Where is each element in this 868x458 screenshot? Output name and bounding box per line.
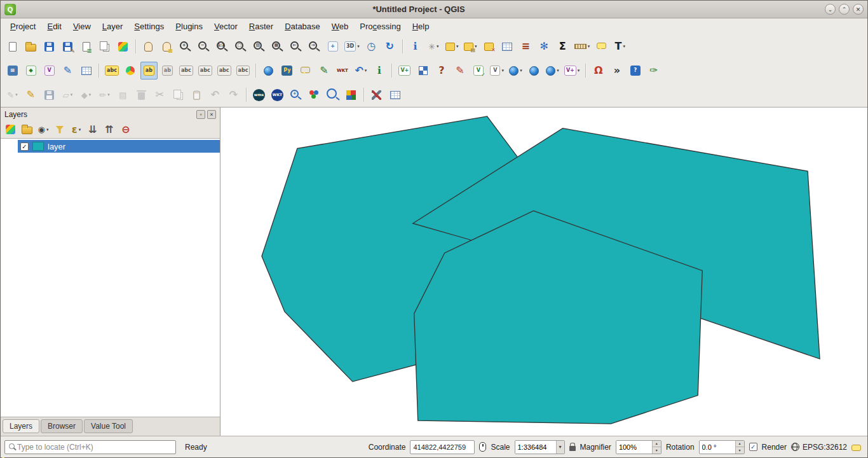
locator[interactable] [4, 440, 176, 454]
add-vector-tile-layer-dropdown[interactable]: ▾ [578, 68, 580, 73]
new-3d-map-view-dropdown[interactable]: ▾ [357, 44, 360, 49]
temporal-controller[interactable]: ◷ [363, 38, 380, 55]
rotation-input[interactable] [700, 441, 735, 454]
quill-plugin[interactable]: ✑ [645, 62, 662, 80]
statistics-summary[interactable]: Σ [554, 38, 571, 55]
quick-wkt-plugin[interactable]: WKT [334, 62, 351, 80]
current-edits-dropdown[interactable]: ▾ [15, 92, 18, 97]
show-hide-labels[interactable]: abc [196, 62, 214, 80]
toggle-editing[interactable]: ✎ [22, 86, 39, 104]
select-by-value[interactable]: ▤▾ [462, 38, 479, 55]
layer-diagram-options[interactable] [122, 62, 139, 80]
highlight-pinned-labels[interactable]: ab [140, 62, 158, 80]
layer-item[interactable]: ✓layer [18, 140, 220, 153]
wms-loader-plugin[interactable]: wms [250, 86, 268, 104]
new-project[interactable] [4, 38, 21, 55]
zoom-to-selection[interactable]: ▧ [250, 38, 268, 55]
lock-scale-icon[interactable] [569, 446, 576, 451]
log-book-plugin[interactable] [386, 86, 403, 104]
expand-all[interactable]: ⇊ [85, 122, 100, 137]
random-raster-plugin[interactable] [342, 86, 360, 104]
menu-processing[interactable]: Processing [354, 20, 406, 33]
tab-browser[interactable]: Browser [41, 419, 83, 433]
field-calculator[interactable]: ≡ [517, 38, 534, 55]
zoom-to-coordinates-plugin[interactable]: + [287, 86, 304, 104]
scale-dropdown-button[interactable]: ▾ [556, 441, 564, 454]
zoom-to-layer[interactable]: ▦ [269, 38, 286, 55]
zoom-last[interactable]: ← [287, 38, 304, 55]
pan-map[interactable] [140, 38, 157, 55]
toggle-display-labels[interactable]: ab [159, 62, 176, 80]
zoom-full[interactable]: ▢ [232, 38, 249, 55]
tools-pair-plugin[interactable] [368, 86, 385, 104]
geometry-checker-plugin[interactable]: V✓ [470, 62, 487, 80]
pin-unpin-labels[interactable]: abc [177, 62, 195, 80]
move-label[interactable]: abc [215, 62, 233, 80]
select-features[interactable]: ▾ [444, 38, 461, 55]
magnifier-spinbox[interactable]: ▴ ▾ [616, 440, 661, 454]
metasearch-catalog[interactable] [260, 62, 277, 80]
python-console[interactable]: Py [278, 62, 295, 80]
toolbar-overflow[interactable]: » [608, 62, 625, 80]
menu-edit[interactable]: Edit [41, 20, 67, 33]
layer-visibility-checkbox[interactable]: ✓ [20, 142, 29, 151]
open-layer-styling-panel[interactable] [3, 122, 18, 137]
menu-plugins[interactable]: Plugins [170, 20, 208, 33]
snapping-magnet[interactable]: Ω [590, 62, 607, 80]
undo-steps-plugin[interactable]: ↶▾ [352, 62, 369, 80]
scale-input[interactable] [515, 441, 556, 454]
undo-steps-plugin-dropdown[interactable]: ▾ [365, 68, 367, 73]
add-polygon-feature-dropdown[interactable]: ▾ [89, 92, 92, 97]
add-wcs-layer[interactable]: ▾ [544, 62, 561, 80]
magnifier-down-button[interactable]: ▾ [653, 447, 661, 454]
menu-database[interactable]: Database [279, 20, 326, 33]
tab-value-tool[interactable]: Value Tool [84, 419, 133, 433]
add-wcs-layer-dropdown[interactable]: ▾ [557, 68, 559, 73]
new-temporary-scratch-layer[interactable]: ✎ [59, 62, 76, 80]
raster-checker-plugin[interactable] [414, 62, 431, 80]
run-feature-action-dropdown[interactable]: ▾ [437, 44, 439, 49]
vector-tools-menu[interactable]: V▾ [488, 62, 506, 80]
locator-input[interactable] [17, 443, 175, 452]
map-tips[interactable] [593, 38, 610, 55]
menu-vector[interactable]: Vector [208, 20, 243, 33]
extents-toggle-icon[interactable] [479, 442, 486, 452]
map-canvas[interactable] [220, 108, 867, 436]
float-panel-button[interactable]: ▫ [196, 110, 205, 119]
save-project[interactable] [41, 38, 58, 55]
new-map-view[interactable]: + [324, 38, 341, 55]
sketch-plugin[interactable]: ✎ [315, 62, 332, 80]
select-features-dropdown[interactable]: ▾ [456, 44, 459, 49]
collapse-all[interactable]: ⇈ [102, 122, 117, 137]
rotation-spinbox[interactable]: ▴ ▾ [699, 440, 745, 454]
add-wms-layer-dropdown[interactable]: ▾ [520, 68, 522, 73]
rotation-down-button[interactable]: ▾ [736, 447, 744, 454]
pan-to-selection[interactable]: ▦ [158, 38, 175, 55]
identify-features[interactable]: ℹ [407, 38, 424, 55]
magnifier-input[interactable] [616, 441, 652, 454]
rotation-up-button[interactable]: ▴ [736, 441, 744, 448]
vector-tools-menu-dropdown[interactable]: ▾ [501, 68, 504, 73]
filter-by-expression-dropdown[interactable]: ▾ [79, 127, 81, 132]
add-vector-tile-layer[interactable]: V+▾ [562, 62, 581, 80]
text-bubble-plugin[interactable] [297, 62, 314, 80]
change-label-properties[interactable]: abc [234, 62, 252, 80]
coordinate-input[interactable] [410, 440, 475, 454]
shade-button[interactable]: ⌄ [825, 4, 836, 15]
digitize-with-segment-dropdown[interactable]: ▾ [71, 92, 73, 97]
new-3d-map-view[interactable]: 3D▾ [342, 38, 362, 55]
menu-settings[interactable]: Settings [128, 20, 170, 33]
menu-project[interactable]: Project [4, 20, 41, 33]
color-harmony-plugin[interactable] [306, 86, 323, 104]
zoom-in[interactable]: + [177, 38, 194, 55]
remove-layer-group[interactable]: ⊖ [118, 122, 133, 137]
messages-icon[interactable] [851, 445, 861, 451]
new-virtual-layer[interactable] [78, 62, 95, 80]
filter-by-expression[interactable]: ε▾ [69, 122, 84, 137]
menu-help[interactable]: Help [407, 20, 435, 33]
open-project[interactable] [22, 38, 39, 55]
add-group[interactable] [19, 122, 34, 137]
open-attribute-table[interactable] [499, 38, 516, 55]
refresh-map[interactable]: ↻ [381, 38, 398, 55]
menu-raster[interactable]: Raster [243, 20, 279, 33]
